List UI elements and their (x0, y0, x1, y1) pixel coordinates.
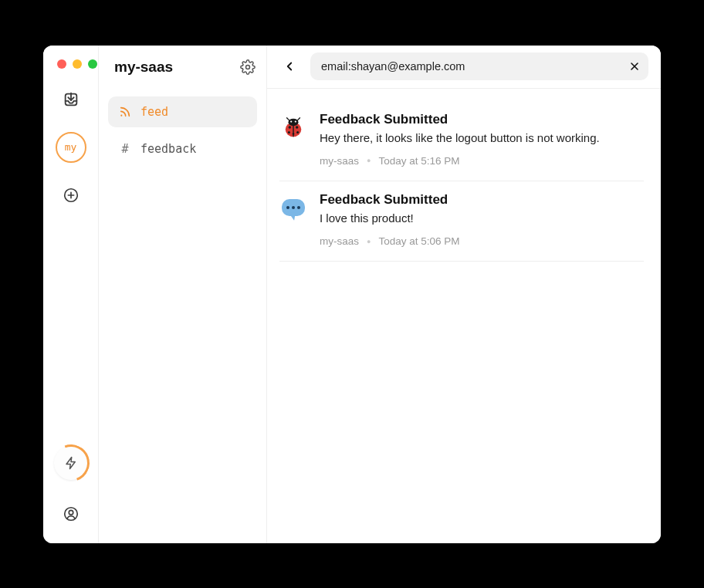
hash-icon: # (119, 142, 131, 156)
clear-search-button[interactable] (628, 60, 641, 73)
feed-item-time: Today at 5:16 PM (378, 155, 459, 167)
svg-point-12 (288, 131, 290, 133)
profile-button[interactable] (56, 498, 86, 529)
separator-dot: ● (367, 157, 371, 164)
ladybug-icon (279, 113, 307, 141)
chevron-left-icon (283, 59, 296, 73)
feed-item-title: Feedback Submitted (320, 192, 644, 208)
svg-point-3 (69, 510, 73, 515)
search-value: email:shayan@example.com (321, 60, 628, 73)
svg-point-9 (295, 120, 296, 122)
add-workspace-button[interactable] (56, 180, 86, 211)
minimize-window-button[interactable] (73, 59, 82, 69)
separator-dot: ● (367, 238, 371, 245)
app-window: my my-saas (43, 46, 661, 543)
gear-icon (240, 59, 256, 75)
svg-point-7 (288, 118, 298, 125)
feed-item-source: my-saas (320, 155, 359, 167)
feed-item-source: my-saas (320, 235, 359, 247)
toolbar: email:shayan@example.com (267, 46, 661, 89)
close-window-button[interactable] (57, 59, 66, 69)
close-icon (628, 60, 641, 73)
svg-point-11 (296, 126, 298, 128)
feed-item[interactable]: Feedback Submitted I love this product! … (279, 181, 644, 262)
svg-point-10 (289, 126, 291, 128)
feed-item-meta: my-saas ● Today at 5:16 PM (320, 155, 644, 167)
feed-item-meta: my-saas ● Today at 5:06 PM (320, 235, 644, 247)
user-icon (63, 505, 80, 522)
feed-item-title: Feedback Submitted (320, 112, 644, 127)
bolt-icon (64, 456, 78, 470)
svg-point-13 (296, 131, 299, 133)
back-button[interactable] (279, 56, 300, 76)
feed-item-body: Feedback Submitted Hey there, it looks l… (320, 112, 644, 167)
svg-point-4 (246, 65, 250, 69)
left-rail: my (43, 46, 99, 543)
svg-point-14 (293, 133, 295, 135)
sidebar-header: my-saas (99, 46, 266, 89)
feed-list: Feedback Submitted Hey there, it looks l… (267, 89, 661, 275)
sidebar: my-saas feed # feedback (99, 46, 267, 543)
nav-item-feed[interactable]: feed (108, 96, 257, 127)
nav-item-feedback[interactable]: # feedback (108, 133, 257, 164)
nav-list: feed # feedback (99, 89, 266, 172)
settings-button[interactable] (240, 59, 256, 75)
svg-point-5 (120, 114, 122, 116)
svg-point-8 (290, 120, 292, 122)
maximize-window-button[interactable] (88, 59, 97, 69)
search-input[interactable]: email:shayan@example.com (310, 52, 648, 80)
workspace-title: my-saas (114, 59, 173, 76)
rss-icon (119, 106, 131, 118)
feed-item-text: Hey there, it looks like the logout butt… (320, 130, 644, 146)
main-area: email:shayan@example.com (267, 46, 661, 543)
feed-item-text: I love this product! (320, 211, 644, 226)
inbox-icon[interactable] (56, 84, 86, 115)
feed-item-time: Today at 5:06 PM (378, 235, 459, 247)
nav-item-label: feed (140, 105, 168, 119)
feed-item[interactable]: Feedback Submitted Hey there, it looks l… (279, 101, 644, 181)
svg-point-2 (64, 507, 77, 520)
activity-button[interactable] (54, 446, 88, 480)
workspace-avatar-label: my (65, 141, 77, 153)
feed-item-body: Feedback Submitted I love this product! … (320, 192, 644, 247)
nav-item-label: feedback (140, 142, 196, 156)
speech-bubble-icon (279, 194, 307, 221)
window-controls (57, 59, 97, 69)
workspace-avatar[interactable]: my (56, 132, 86, 163)
